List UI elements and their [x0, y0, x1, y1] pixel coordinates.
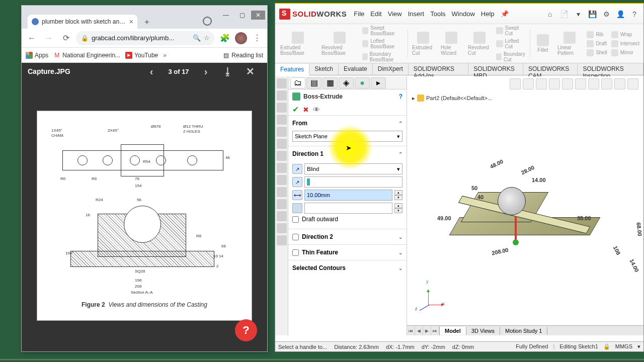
lightbox-close-button[interactable]: ✕: [239, 65, 261, 77]
menu-help[interactable]: Help: [481, 10, 495, 18]
bottom-tab-3dviews[interactable]: 3D Views: [466, 327, 500, 335]
bottom-tab-model[interactable]: Model: [440, 327, 466, 335]
preview-toggle-icon[interactable]: 👁: [313, 106, 320, 114]
help-fab-button[interactable]: ?: [235, 319, 257, 341]
draft-angle-input[interactable]: [304, 203, 392, 214]
tab-mbd[interactable]: SOLIDWORKS MBD: [468, 63, 523, 75]
windows-taskbar[interactable]: [0, 359, 644, 362]
revolved-boss-button[interactable]: Revolved Boss/Base: [318, 30, 360, 58]
thin-feature-header[interactable]: Thin Feature ⌄: [291, 247, 404, 258]
reading-list-button[interactable]: ▤ Reading list: [222, 52, 263, 59]
menu-insert[interactable]: Insert: [408, 10, 425, 18]
section-view-icon[interactable]: [549, 78, 560, 89]
tab-last[interactable]: ⏭: [431, 326, 439, 335]
flyout-tree[interactable]: ▸ Part2 (Default<<Default>...: [412, 95, 492, 102]
tab-first[interactable]: ⏮: [407, 326, 415, 335]
address-bar[interactable]: 🔒 grabcad.com/library/plumb... 🔍 ☆: [76, 31, 215, 45]
menu-window[interactable]: Window: [452, 10, 475, 18]
hole-wizard-button[interactable]: Hole Wizard: [438, 30, 465, 58]
expand-tree-icon[interactable]: ▸: [412, 95, 415, 102]
forward-button[interactable]: →: [42, 31, 56, 45]
star-icon[interactable]: ☆: [204, 34, 210, 42]
extruded-boss-button[interactable]: Extruded Boss/Base: [277, 30, 318, 58]
revolved-cut-button[interactable]: Revolved Cut: [465, 30, 494, 58]
draft-outward-check[interactable]: Draft outward: [292, 214, 403, 225]
draft-outward-checkbox[interactable]: [292, 216, 299, 223]
tab-dimxpert[interactable]: DimXpert: [373, 63, 409, 75]
swept-boss-button[interactable]: Swept Boss/Base: [360, 24, 407, 37]
side-tab-11[interactable]: [277, 199, 287, 209]
menu-edit[interactable]: Edit: [370, 10, 381, 18]
side-tab-7[interactable]: [277, 151, 287, 161]
draft-icon[interactable]: [292, 203, 302, 213]
draft-button[interactable]: Draft: [585, 39, 609, 48]
linear-pattern-button[interactable]: Linear Pattern: [554, 30, 585, 58]
side-tab-9[interactable]: [277, 175, 287, 185]
new-tab-button[interactable]: +: [141, 17, 152, 28]
apps-bookmark[interactable]: Apps: [26, 52, 48, 59]
tab-evaluate[interactable]: Evaluate: [339, 63, 373, 75]
direction-input[interactable]: [304, 176, 403, 188]
tab-addins[interactable]: SOLIDWORKS Add-Ins: [409, 63, 469, 75]
panel-tab-property[interactable]: ▤: [306, 77, 321, 88]
help-icon[interactable]: ?: [629, 9, 639, 19]
extensions-button[interactable]: 🧩: [218, 31, 232, 45]
panel-tab-config[interactable]: ▦: [323, 77, 338, 88]
depth-input[interactable]: 10.00mm: [304, 190, 392, 201]
depth-spinner[interactable]: ▴▾: [394, 190, 403, 200]
side-tab-4[interactable]: [277, 115, 287, 125]
thin-feature-checkbox[interactable]: [292, 249, 299, 256]
menu-tools[interactable]: Tools: [430, 10, 445, 18]
zoom-fit-icon[interactable]: [510, 78, 521, 89]
reverse-direction-icon[interactable]: ↗: [292, 164, 302, 174]
display-style-icon[interactable]: [575, 78, 586, 89]
graphics-area[interactable]: ▸ Part2 (Default<<Default>... 48.00 28.0…: [407, 76, 643, 335]
status-dropdown-icon[interactable]: ▾: [637, 343, 640, 350]
side-tab-13[interactable]: [277, 223, 287, 233]
youtube-bookmark[interactable]: ▶ YouTube: [125, 52, 158, 59]
cancel-button[interactable]: ✖: [303, 106, 309, 114]
direction2-header[interactable]: Direction 2 ⌄: [291, 231, 404, 242]
tab-close-icon[interactable]: ×: [129, 18, 133, 26]
menu-file[interactable]: File: [354, 10, 364, 18]
draft-spinner[interactable]: ▴▾: [394, 203, 403, 213]
lightbox-next-button[interactable]: ›: [195, 66, 217, 77]
window-close-button[interactable]: ✕: [251, 11, 265, 20]
fillet-button[interactable]: Fillet: [531, 32, 554, 55]
from-header[interactable]: From ⌃: [291, 118, 404, 129]
national-bookmark[interactable]: M National Engineerin...: [53, 52, 120, 59]
side-tab-5[interactable]: [277, 127, 287, 137]
new-doc-icon[interactable]: 📄: [559, 9, 569, 19]
axis-triad[interactable]: y x z: [415, 280, 445, 310]
window-maximize-button[interactable]: ▢: [235, 11, 249, 20]
lofted-boss-button[interactable]: Lofted Boss/Base: [360, 37, 407, 50]
boundary-boss-button[interactable]: Boundary Boss/Base: [360, 50, 407, 63]
from-select[interactable]: Sketch Plane ▾: [292, 131, 403, 142]
lightbox-download-button[interactable]: ⭳: [217, 66, 239, 77]
media-indicator-icon[interactable]: [203, 17, 212, 26]
tab-features[interactable]: Features: [275, 64, 309, 75]
side-tab-3[interactable]: [277, 103, 287, 113]
menu-view[interactable]: View: [388, 10, 402, 18]
wrap-button[interactable]: Wrap: [609, 30, 641, 39]
tab-next[interactable]: ▶: [423, 326, 431, 335]
direction-vector-icon[interactable]: ↗: [292, 177, 302, 187]
apply-scene-icon[interactable]: [614, 78, 625, 89]
side-tab-10[interactable]: [277, 187, 287, 197]
direction2-checkbox[interactable]: [292, 234, 299, 240]
bookmarks-overflow[interactable]: »: [163, 52, 167, 59]
bottom-tab-motion1[interactable]: Motion Study 1: [500, 327, 547, 335]
edit-appearance-icon[interactable]: [601, 78, 612, 89]
reload-button[interactable]: ⟳: [59, 31, 73, 45]
selected-contours-header[interactable]: Selected Contours ⌄: [291, 262, 404, 274]
zoom-icon[interactable]: 🔍: [193, 34, 201, 42]
panel-tab-dimxpert[interactable]: ◈: [339, 77, 354, 88]
end-condition-select[interactable]: Blind ▾: [304, 163, 403, 174]
panel-tab-tree[interactable]: 🗂: [290, 77, 305, 88]
tab-cam[interactable]: SOLIDWORKS CAM: [523, 63, 578, 75]
tab-inspection[interactable]: SOLIDWORKS Inspection: [578, 63, 643, 75]
tab-sketch[interactable]: Sketch: [309, 63, 339, 75]
swept-cut-button[interactable]: Swept Cut: [494, 24, 529, 37]
save-icon[interactable]: 💾: [587, 9, 597, 19]
pin-icon[interactable]: 📌: [501, 10, 509, 18]
